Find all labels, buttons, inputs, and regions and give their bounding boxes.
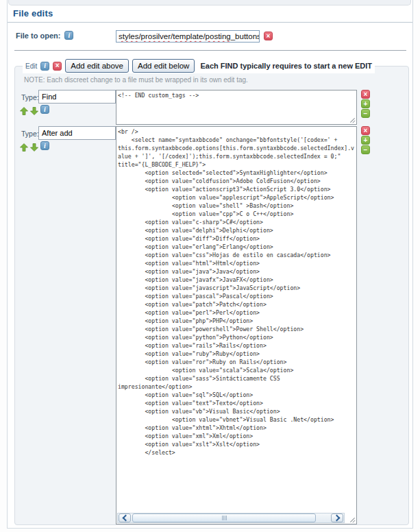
find-code-textarea[interactable]: <!-- END custom_tags --> xyxy=(116,90,357,125)
find-code-text: <!-- END custom_tags --> xyxy=(116,90,356,100)
edit-legend-label: Edit xyxy=(25,62,37,70)
scroll-left-icon[interactable] xyxy=(119,513,131,522)
move-down-icon[interactable] xyxy=(30,106,38,114)
move-up-icon[interactable] xyxy=(20,142,28,150)
selected-type-value: Find xyxy=(39,93,115,101)
edit-note-text: NOTE: Each discreet change to a file mus… xyxy=(24,76,248,84)
add-edit-above-button[interactable]: Add edit above xyxy=(65,59,129,73)
edit-row-controls: i xyxy=(20,105,49,114)
file-to-open-input[interactable]: styles/prosilver/template/posting_button… xyxy=(116,30,260,43)
edit-legend-row: Edit i × Add edit above Add edit below E… xyxy=(23,58,375,73)
previous-panel-edge xyxy=(8,0,411,5)
type-label: Type: xyxy=(21,93,39,101)
after-add-code-text: <br /> <select name="syntaxbbcode" oncha… xyxy=(116,127,356,457)
edit-action-buttons: × + − xyxy=(361,126,370,154)
file-to-open-row: File to open: i xyxy=(16,31,73,40)
edit-row-controls: i xyxy=(20,141,49,150)
after-add-code-textarea[interactable]: <br /> <select name="syntaxbbcode" oncha… xyxy=(116,126,357,524)
info-icon[interactable]: i xyxy=(64,31,73,40)
add-action-icon[interactable]: + xyxy=(361,136,370,145)
edit-action-buttons: × + − xyxy=(361,90,370,118)
title-divider xyxy=(8,22,412,23)
edit-type-select[interactable]: Find xyxy=(38,90,127,104)
selected-type-value: After add xyxy=(39,129,115,137)
edit-hint-text: Each FIND typically requires to start a … xyxy=(200,62,372,70)
add-edit-below-button[interactable]: Add edit below xyxy=(132,59,195,73)
page-title: File edits xyxy=(13,8,53,19)
delete-edit-icon[interactable]: × xyxy=(53,62,62,71)
delete-action-icon[interactable]: × xyxy=(361,90,370,99)
file-to-open-label: File to open: xyxy=(16,32,60,40)
resize-handle-icon[interactable] xyxy=(349,517,356,523)
delete-action-icon[interactable]: × xyxy=(361,126,370,135)
add-action-icon[interactable]: + xyxy=(361,99,370,108)
file-edits-panel: File edits File to open: i styles/prosil… xyxy=(7,0,413,529)
move-up-icon[interactable] xyxy=(20,106,28,114)
info-icon[interactable]: i xyxy=(40,105,49,114)
resize-handle-icon[interactable] xyxy=(349,117,356,123)
info-icon[interactable]: i xyxy=(40,141,49,150)
info-icon[interactable]: i xyxy=(40,62,49,71)
move-down-icon[interactable] xyxy=(30,142,38,150)
type-label: Type: xyxy=(21,130,39,138)
horizontal-scrollbar[interactable] xyxy=(117,513,345,523)
remove-action-icon[interactable]: − xyxy=(361,145,370,154)
remove-action-icon[interactable]: − xyxy=(361,109,370,118)
section-divider xyxy=(14,50,406,51)
scrollbar-thumb[interactable] xyxy=(132,513,316,522)
edit-type-select[interactable]: After add xyxy=(38,126,127,140)
scroll-right-icon[interactable] xyxy=(331,513,343,522)
delete-file-icon[interactable]: × xyxy=(264,32,273,40)
